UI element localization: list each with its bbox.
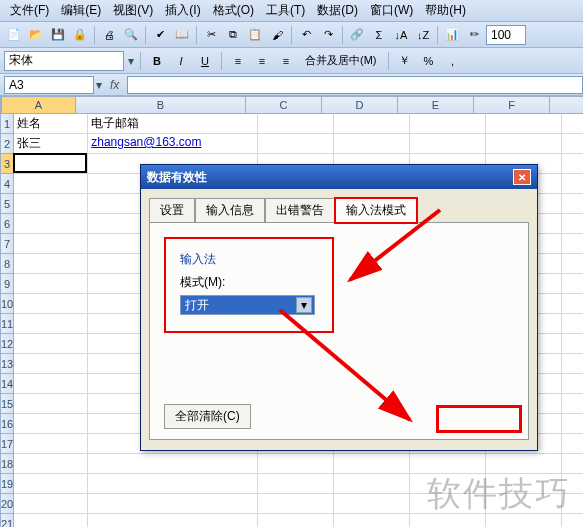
row-header[interactable]: 11 <box>0 314 14 334</box>
close-icon[interactable]: ✕ <box>513 169 531 185</box>
cell[interactable] <box>14 494 88 514</box>
menu-window[interactable]: 窗口(W) <box>364 0 419 21</box>
cell[interactable]: 张三 <box>14 134 88 154</box>
row-header[interactable]: 14 <box>0 374 14 394</box>
cell[interactable] <box>562 294 583 314</box>
merge-center-button[interactable]: 合并及居中(M) <box>300 51 382 71</box>
cell[interactable] <box>258 494 334 514</box>
cell[interactable] <box>258 454 334 474</box>
row-header[interactable]: 3 <box>0 154 14 174</box>
column-header[interactable]: E <box>398 96 474 114</box>
cell[interactable] <box>258 114 334 134</box>
cell[interactable] <box>14 254 88 274</box>
menu-insert[interactable]: 插入(I) <box>159 0 206 21</box>
italic-button[interactable]: I <box>171 51 191 71</box>
format-painter-icon[interactable]: 🖌 <box>267 25 287 45</box>
cell[interactable] <box>14 154 88 174</box>
align-right-icon[interactable]: ≡ <box>276 51 296 71</box>
percent-icon[interactable]: % <box>419 51 439 71</box>
cell[interactable] <box>334 494 410 514</box>
tab-input-message[interactable]: 输入信息 <box>195 198 265 223</box>
cell[interactable] <box>562 394 583 414</box>
dialog-titlebar[interactable]: 数据有效性 ✕ <box>141 165 537 189</box>
redo-icon[interactable]: ↷ <box>318 25 338 45</box>
menu-file[interactable]: 文件(F) <box>4 0 55 21</box>
mode-select[interactable]: 打开 ▾ <box>180 295 315 315</box>
row-header[interactable]: 19 <box>0 474 14 494</box>
research-icon[interactable]: 📖 <box>172 25 192 45</box>
cell[interactable] <box>14 414 88 434</box>
row-header[interactable]: 7 <box>0 234 14 254</box>
cell[interactable] <box>88 454 258 474</box>
print-icon[interactable]: 🖨 <box>99 25 119 45</box>
copy-icon[interactable]: ⧉ <box>223 25 243 45</box>
chart-icon[interactable]: 📊 <box>442 25 462 45</box>
cell[interactable] <box>14 514 88 527</box>
row-header[interactable]: 16 <box>0 414 14 434</box>
cell[interactable] <box>562 414 583 434</box>
menu-view[interactable]: 视图(V) <box>107 0 159 21</box>
row-header[interactable]: 10 <box>0 294 14 314</box>
cell[interactable] <box>334 474 410 494</box>
sort-desc-icon[interactable]: ↓Z <box>413 25 433 45</box>
row-header[interactable]: 17 <box>0 434 14 454</box>
fx-icon[interactable]: fx <box>110 78 119 92</box>
paste-icon[interactable]: 📋 <box>245 25 265 45</box>
cell[interactable] <box>334 134 410 154</box>
row-header[interactable]: 8 <box>0 254 14 274</box>
cut-icon[interactable]: ✂ <box>201 25 221 45</box>
row-header[interactable]: 21 <box>0 514 14 527</box>
menu-help[interactable]: 帮助(H) <box>419 0 472 21</box>
align-center-icon[interactable]: ≡ <box>252 51 272 71</box>
cell[interactable] <box>14 474 88 494</box>
cell[interactable] <box>14 434 88 454</box>
open-icon[interactable]: 📂 <box>26 25 46 45</box>
cell[interactable] <box>562 374 583 394</box>
tab-ime-mode[interactable]: 输入法模式 <box>335 198 417 223</box>
menu-tools[interactable]: 工具(T) <box>260 0 311 21</box>
row-header[interactable]: 20 <box>0 494 14 514</box>
zoom-input[interactable] <box>486 25 526 45</box>
cell[interactable]: 电子邮箱 <box>88 114 258 134</box>
cell[interactable]: zhangsan@163.com <box>88 134 258 154</box>
row-header[interactable]: 6 <box>0 214 14 234</box>
cell[interactable] <box>14 374 88 394</box>
cell[interactable] <box>14 314 88 334</box>
cell[interactable] <box>14 174 88 194</box>
cell[interactable] <box>14 454 88 474</box>
row-header[interactable]: 13 <box>0 354 14 374</box>
cell[interactable] <box>486 114 562 134</box>
cell[interactable] <box>562 334 583 354</box>
menu-edit[interactable]: 编辑(E) <box>55 0 107 21</box>
column-header[interactable]: D <box>322 96 398 114</box>
cell[interactable] <box>562 254 583 274</box>
cell[interactable] <box>14 334 88 354</box>
cell[interactable] <box>562 194 583 214</box>
new-icon[interactable]: 📄 <box>4 25 24 45</box>
cell[interactable] <box>14 354 88 374</box>
cell[interactable] <box>14 234 88 254</box>
clear-all-button[interactable]: 全部清除(C) <box>164 404 251 429</box>
autosum-icon[interactable]: Σ <box>369 25 389 45</box>
cell[interactable] <box>562 234 583 254</box>
cell[interactable] <box>14 394 88 414</box>
cell[interactable] <box>334 114 410 134</box>
cell[interactable] <box>562 174 583 194</box>
bold-button[interactable]: B <box>147 51 167 71</box>
cell[interactable] <box>258 514 334 527</box>
undo-icon[interactable]: ↶ <box>296 25 316 45</box>
currency-icon[interactable]: ￥ <box>395 51 415 71</box>
cell[interactable]: 姓名 <box>14 114 88 134</box>
sort-asc-icon[interactable]: ↓A <box>391 25 411 45</box>
cell[interactable] <box>562 354 583 374</box>
cell[interactable] <box>562 114 583 134</box>
row-header[interactable]: 18 <box>0 454 14 474</box>
font-name-select[interactable] <box>4 51 124 71</box>
cell[interactable] <box>562 434 583 454</box>
row-header[interactable]: 5 <box>0 194 14 214</box>
cell[interactable] <box>486 134 562 154</box>
name-box[interactable]: A3 <box>4 76 94 94</box>
formula-bar[interactable] <box>127 76 583 94</box>
cell[interactable] <box>562 154 583 174</box>
save-icon[interactable]: 💾 <box>48 25 68 45</box>
